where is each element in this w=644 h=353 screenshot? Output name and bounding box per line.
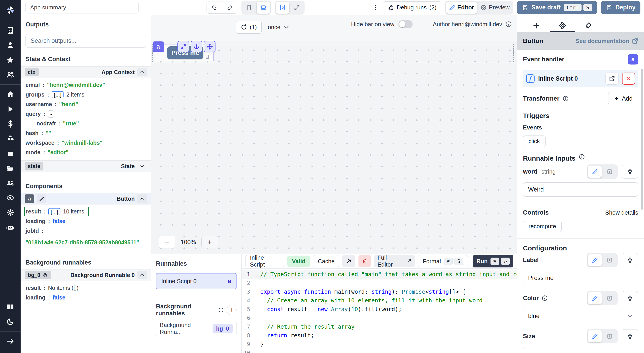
- zoom-in-button[interactable]: +: [202, 236, 218, 248]
- size-select[interactable]: xs: [523, 347, 638, 353]
- dark-mode-toggle[interactable]: [0, 314, 20, 329]
- code-line[interactable]: 1 // TypeScript function called "main" t…: [242, 270, 517, 279]
- desktop-view-button[interactable]: [257, 2, 270, 14]
- button-component-header[interactable]: a Button: [20, 193, 151, 204]
- button-component-collapse[interactable]: [138, 194, 147, 203]
- bg-runnable-collapse[interactable]: [138, 271, 147, 279]
- event-chip[interactable]: click: [523, 136, 546, 147]
- state-header[interactable]: state State: [20, 160, 151, 172]
- color-select[interactable]: blue: [523, 309, 638, 323]
- state-expand-button[interactable]: [138, 162, 147, 170]
- runnable-item-selected[interactable]: Inline Script 0 a: [156, 273, 236, 289]
- sidebar-item-schedules[interactable]: [0, 146, 20, 161]
- windmill-logo-icon[interactable]: [0, 3, 20, 18]
- static-value-mode-button[interactable]: [588, 254, 602, 266]
- static-value-mode-button[interactable]: [588, 166, 602, 178]
- sidebar-item-audit-logs[interactable]: [0, 190, 20, 205]
- tab-preview[interactable]: Preview: [478, 2, 512, 14]
- label-input[interactable]: [523, 271, 638, 285]
- static-value-mode-button[interactable]: [588, 292, 602, 304]
- sidebar-item-apps[interactable]: [0, 23, 20, 38]
- debug-runs-button[interactable]: Debug runs (2): [383, 1, 441, 14]
- ai-assistant-button[interactable]: [342, 255, 355, 267]
- sidebar-item-workers[interactable]: [0, 220, 20, 235]
- connect-output-button[interactable]: [622, 329, 638, 343]
- code-line[interactable]: 2: [242, 279, 517, 287]
- code-line[interactable]: 6: [242, 313, 517, 322]
- expand-component-button[interactable]: [178, 41, 189, 53]
- sidebar-item-groups[interactable]: [0, 176, 20, 190]
- tab-insert-component[interactable]: [524, 19, 549, 32]
- code-line[interactable]: 5 const result = new Array(10).fill(word…: [242, 305, 517, 313]
- anchor-component-button[interactable]: [191, 41, 202, 53]
- delete-script-button[interactable]: [358, 255, 371, 267]
- sidebar-item-docs[interactable]: [0, 299, 20, 314]
- sidebar-item-home[interactable]: [0, 87, 20, 102]
- redo-button[interactable]: [222, 2, 237, 14]
- selected-component-id-tag[interactable]: a: [152, 42, 164, 52]
- save-draft-button[interactable]: Save draft CtrlS: [517, 1, 597, 14]
- more-options-button[interactable]: [372, 4, 379, 11]
- static-value-mode-button[interactable]: [588, 330, 602, 342]
- script-kind-tab[interactable]: Inline Script: [245, 255, 284, 267]
- word-input[interactable]: [523, 182, 638, 197]
- tab-component-settings[interactable]: [549, 19, 575, 32]
- scrollbar-thumb[interactable]: [641, 69, 643, 210]
- control-chip[interactable]: recompute: [523, 221, 562, 232]
- show-details-link[interactable]: Show details: [605, 209, 638, 216]
- sidebar-item-user[interactable]: [0, 38, 20, 53]
- expand-sidebar-button[interactable]: [0, 334, 20, 348]
- hide-bar-toggle[interactable]: [398, 20, 413, 28]
- sidebar-item-resources[interactable]: [0, 131, 20, 146]
- expand-value-box[interactable]: -: [48, 110, 54, 118]
- run-button[interactable]: Run ⌘↵: [473, 255, 513, 267]
- sidebar-item-favorites[interactable]: [0, 53, 20, 67]
- expand-value-box[interactable]: [...]: [48, 208, 60, 215]
- code-editor[interactable]: 1 // TypeScript function called "main" t…: [242, 268, 517, 353]
- bg-runnable-header[interactable]: bg_0 Background Runnable 0: [20, 269, 151, 281]
- connect-output-button[interactable]: [622, 291, 638, 305]
- detach-script-button[interactable]: [622, 73, 635, 85]
- attached-script-row[interactable]: f Inline Script 0: [523, 70, 638, 87]
- code-line[interactable]: 10: [242, 348, 517, 353]
- app-canvas[interactable]: (1) once Hide bar on view Au: [151, 15, 517, 254]
- sidebar-item-folders[interactable]: [0, 161, 20, 176]
- add-background-runnable-button[interactable]: +: [227, 305, 236, 315]
- refresh-mode-dropdown[interactable]: once: [268, 24, 289, 31]
- bg-runnable-item[interactable]: Background Runna... bg_0: [156, 321, 236, 336]
- refresh-app-button[interactable]: (1): [236, 21, 262, 34]
- resize-handle[interactable]: [206, 55, 209, 59]
- expression-mode-button[interactable]: [602, 254, 616, 266]
- sidebar-item-settings[interactable]: [0, 205, 20, 220]
- zoom-out-button[interactable]: −: [159, 236, 175, 248]
- code-line[interactable]: 9 }: [242, 340, 517, 348]
- expression-mode-button[interactable]: [602, 292, 616, 304]
- rename-component-button[interactable]: [37, 194, 46, 203]
- canvas-grid[interactable]: [151, 41, 517, 254]
- deploy-button[interactable]: Deploy: [601, 1, 640, 14]
- tab-styling[interactable]: [575, 19, 601, 32]
- app-summary-input[interactable]: [26, 2, 139, 14]
- open-script-button[interactable]: [606, 73, 618, 85]
- sidebar-item-runs[interactable]: [0, 102, 20, 117]
- move-component-button[interactable]: [204, 41, 216, 53]
- code-line[interactable]: 7 // Return the result array: [242, 322, 517, 331]
- fullscreen-button[interactable]: [290, 2, 304, 14]
- add-transformer-button[interactable]: Add: [608, 92, 638, 105]
- code-line[interactable]: 3 export async function main(word: strin…: [242, 287, 517, 296]
- center-content-button[interactable]: [276, 2, 289, 14]
- expression-mode-button[interactable]: [602, 330, 616, 342]
- code-line[interactable]: 8 return result;: [242, 331, 517, 340]
- sidebar-item-variables[interactable]: [0, 117, 20, 131]
- connect-output-button[interactable]: [622, 253, 638, 267]
- ctx-collapse-button[interactable]: [138, 68, 147, 76]
- code-line[interactable]: 4 // Create an array with 10 elements, f…: [242, 296, 517, 305]
- expression-mode-button[interactable]: [602, 166, 616, 178]
- ctx-header[interactable]: ctx App Context: [20, 66, 151, 78]
- mobile-view-button[interactable]: [242, 2, 256, 14]
- cache-button[interactable]: Cache: [313, 255, 339, 267]
- search-outputs-input[interactable]: [26, 34, 146, 48]
- tab-editor[interactable]: Editor: [446, 2, 477, 14]
- full-editor-button[interactable]: Full Editor: [374, 255, 415, 267]
- expand-value-box[interactable]: [...]: [52, 91, 64, 98]
